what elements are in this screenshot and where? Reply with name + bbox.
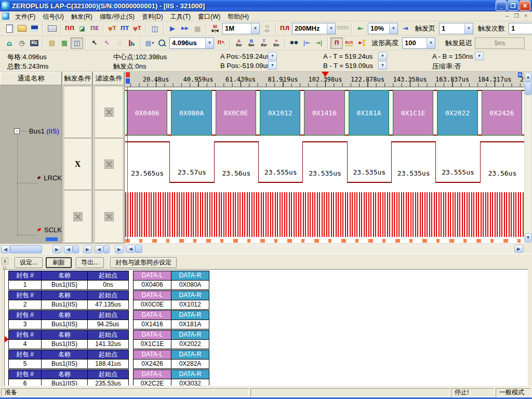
scroll-thumb[interactable] [10,245,42,254]
new-file-icon[interactable] [3,23,16,34]
trigger-cell-lrck[interactable]: X [64,138,91,190]
packet-value-row[interactable]: 4Bus1(IIS)141.32us0X1C1E0X2022 [8,339,211,349]
time-ruler[interactable]: B 20.48us40.959us61.439us81.919us102.398… [125,72,524,87]
a-bar-icon[interactable]: ABar [233,37,245,49]
multi-select-tool-icon[interactable]: ↖ [101,37,113,49]
panel-resize-handle[interactable] [46,237,58,241]
menu-item[interactable]: 撷取/停止(S) [96,12,138,21]
prev-transition-icon[interactable]: |← [300,37,313,49]
scroll-thumb[interactable] [73,245,79,254]
memory-page-next-icon[interactable]: M◀|▶ [261,23,273,34]
a-t-dropdown-icon[interactable]: ▼ [378,52,387,60]
signal-activity-icon[interactable]: ◪ [76,23,88,34]
bus-value-block[interactable]: 0X0C0E [216,90,256,136]
menu-item[interactable]: 窗口(W) [194,12,224,21]
packet-value-row[interactable]: 5Bus1(IIS)188.41us0X24260X282A [8,359,211,368]
mdi-restore-button[interactable]: ❐ [512,12,521,20]
lrck-waveform-row[interactable]: 23.565us23.57us23.56us23.555us23.535us23… [125,138,524,190]
menu-item[interactable]: 文件(F) [11,12,39,21]
repeat-run-icon[interactable]: ▶▶ [179,23,191,34]
expand-right-icon[interactable]: ⇥ [399,23,411,34]
restore-button[interactable]: ❐ [508,1,518,11]
filter-cell-bus1[interactable] [95,86,123,138]
filter-cell-lrck[interactable] [95,138,123,190]
packet-value-row[interactable]: 1Bus1(IIS)0ns0X04060X080A [8,280,211,289]
add-bar-icon[interactable]: +Bar [270,37,283,49]
open-file-icon[interactable] [16,23,28,34]
ruler-edge-marker-left-2[interactable] [126,78,130,84]
bus-value-block[interactable]: 0X0406 [127,90,167,136]
wave-display-mode-icon[interactable]: ▤▾ [143,37,156,49]
export-button[interactable]: 导出... [76,257,104,268]
bus-branch-icon[interactable] [355,37,368,49]
channel-panel-hscrollbar[interactable]: ◀ ▶ [0,244,62,255]
print-icon[interactable] [46,23,58,34]
collapse-icon[interactable]: − [14,128,20,134]
waveform-vscrollbar[interactable]: ▲ ▼ [524,72,532,243]
bus-waveform-row[interactable]: 0X04060X080A0X0C0E0X10120X14160X181A0X1C… [125,87,524,138]
run-icon[interactable]: ▶ [166,23,179,34]
ruler-edge-marker-left[interactable] [126,72,130,77]
dropdown-arrow-icon[interactable]: ▼ [205,38,214,48]
sclk-waveform-row[interactable] [125,190,524,243]
zoom-percent-select[interactable]: 10%▼ [368,23,398,34]
packet-value-row[interactable]: 6Bus1(IIS)235.53us0X2C2E0X3032 [8,379,211,386]
next-transition-icon[interactable]: →| [313,37,325,49]
compression-wave-icon[interactable]: ПЛ [278,23,291,34]
noise-filter-icon[interactable]: П [330,37,343,49]
channel-row-sclk[interactable]: SCLK [0,224,62,235]
scroll-right-icon[interactable]: ▶ [52,245,61,254]
bus-value-block[interactable]: 0X1012 [260,90,300,136]
channel-row-lrck[interactable]: LRCK [0,172,62,183]
event-trigger-icon[interactable]: ПE [88,23,101,34]
scroll-up-icon[interactable]: ▲ [525,73,531,82]
scroll-left-icon[interactable]: ◀ [95,245,103,254]
menu-item[interactable]: 资料(D) [138,12,167,21]
trigger-count-select[interactable]: 1▼ [509,23,532,34]
close-button[interactable]: ✕ [520,1,530,11]
pulse-width-trigger-icon[interactable]: ПП [63,23,76,34]
sample-rate-select[interactable]: 200MHz▼ [292,23,336,34]
settings-button[interactable]: 设定... [15,257,43,268]
filter-cell-sclk[interactable] [95,190,123,243]
trigger-cell-sclk[interactable] [64,190,91,243]
hand-tool-icon[interactable]: ☝ [113,37,126,49]
dropdown-arrow-icon[interactable]: ▼ [251,23,259,34]
listing-window-icon[interactable]: ▦ [58,37,71,49]
trigger-cursor-icon[interactable]: П↖ [215,37,228,49]
signal-comb-icon[interactable]: ППП [337,23,349,34]
close-panel-icon[interactable]: x [2,258,8,264]
dropdown-arrow-icon[interactable]: ▼ [389,23,397,34]
menu-item[interactable]: 帮助(H) [224,12,252,21]
menu-item[interactable]: 触发(R) [68,12,96,21]
stop-icon[interactable]: ■ [191,23,204,34]
b-bar-icon[interactable]: BBar [245,37,258,49]
navigator-window-icon[interactable]: ◫ [71,37,83,49]
waveform-display[interactable]: B 20.48us40.959us61.439us81.919us102.398… [125,72,524,243]
minimize-button[interactable]: _ [496,1,507,11]
packet-wave-sync-button[interactable]: 封包与波形同步设定 [110,257,177,268]
scroll-right-icon[interactable]: ▶ [115,245,124,254]
refresh-button[interactable]: 刷新 [46,257,72,268]
wave-height-select[interactable]: 100▼ [402,37,435,49]
packet-item[interactable]: 封包 #名称起始点DATA-LDATA-R4Bus1(IIS)141.32us0… [8,330,211,349]
scroll-thumb[interactable] [103,245,110,254]
packet-list[interactable]: 封包 #名称起始点DATA-LDATA-R1Bus1(IIS)0ns0X0406… [4,269,528,386]
trigger-mark-t-icon[interactable]: ПT [118,23,131,34]
bus-value-block[interactable]: 0X2022 [437,90,477,136]
packet-value-row[interactable]: 2Bus1(IIS)47.135us0X0C0E0X1012 [8,300,211,309]
scroll-thumb[interactable] [135,245,142,253]
dropdown-arrow-icon[interactable]: ▼ [464,23,473,34]
packet-value-row[interactable]: 3Bus1(IIS)94.25us0X14160X181A [8,320,211,329]
scroll-thumb[interactable] [525,82,531,95]
scroll-left-icon[interactable]: ◀ [1,245,10,254]
menu-item[interactable]: 工具(T) [167,12,194,21]
scroll-left-icon[interactable]: ◀ [64,245,73,254]
dropdown-arrow-icon[interactable]: ▼ [327,23,335,34]
bus-packet-analyzer-icon[interactable]: ◫ [149,23,161,34]
memory-page-prev-icon[interactable]: M▶|◀ [209,23,221,34]
b-t-dropdown-icon[interactable]: ▼ [378,61,387,70]
menu-item[interactable]: 信号(U) [39,12,68,21]
bus-value-block[interactable]: 0X080A [171,90,211,136]
zoom-tool-icon[interactable] [156,37,168,49]
